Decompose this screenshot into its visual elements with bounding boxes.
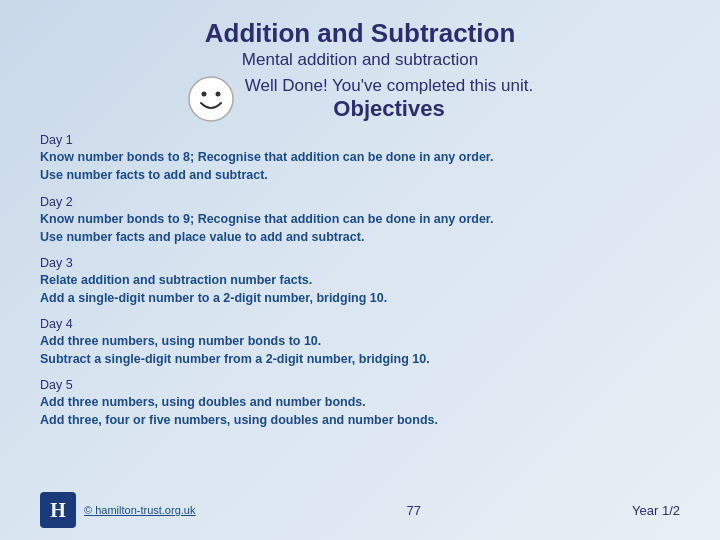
day-label: Day 5 bbox=[40, 378, 680, 392]
footer-left: H © hamilton-trust.org.uk bbox=[40, 492, 195, 528]
day-label: Day 2 bbox=[40, 195, 680, 209]
svg-point-0 bbox=[189, 77, 233, 121]
header: Addition and Subtraction Mental addition… bbox=[40, 18, 680, 123]
svg-point-2 bbox=[215, 92, 220, 97]
h-logo: H bbox=[40, 492, 76, 528]
day-block: Day 4Add three numbers, using number bon… bbox=[40, 317, 680, 368]
copyright-text: © hamilton-trust.org.uk bbox=[84, 504, 195, 516]
day-label: Day 4 bbox=[40, 317, 680, 331]
well-done-line: Well Done! You've completed this unit. bbox=[245, 76, 533, 96]
day-label: Day 3 bbox=[40, 256, 680, 270]
content-area: Day 1Know number bonds to 8; Recognise t… bbox=[40, 133, 680, 429]
day-block: Day 1Know number bonds to 8; Recognise t… bbox=[40, 133, 680, 184]
day-detail: Add three numbers, using doubles and num… bbox=[40, 393, 680, 429]
day-detail: Relate addition and subtraction number f… bbox=[40, 271, 680, 307]
page-number: 77 bbox=[407, 503, 421, 518]
day-block: Day 5Add three numbers, using doubles an… bbox=[40, 378, 680, 429]
footer: H © hamilton-trust.org.uk 77 Year 1/2 bbox=[40, 492, 680, 528]
day-label: Day 1 bbox=[40, 133, 680, 147]
sub-title: Mental addition and subtraction bbox=[40, 49, 680, 71]
smiley-icon bbox=[187, 75, 235, 123]
svg-point-1 bbox=[201, 92, 206, 97]
page: Addition and Subtraction Mental addition… bbox=[0, 0, 720, 540]
objectives-title: Objectives bbox=[245, 96, 533, 122]
main-title: Addition and Subtraction bbox=[40, 18, 680, 49]
day-detail: Add three numbers, using number bonds to… bbox=[40, 332, 680, 368]
day-detail: Know number bonds to 9; Recognise that a… bbox=[40, 210, 680, 246]
year-label: Year 1/2 bbox=[632, 503, 680, 518]
day-block: Day 3Relate addition and subtraction num… bbox=[40, 256, 680, 307]
day-detail: Know number bonds to 8; Recognise that a… bbox=[40, 148, 680, 184]
day-block: Day 2Know number bonds to 9; Recognise t… bbox=[40, 195, 680, 246]
well-done-row: Well Done! You've completed this unit. O… bbox=[40, 75, 680, 123]
hamilton-link[interactable]: hamilton-trust.org.uk bbox=[95, 504, 195, 516]
well-done-text-block: Well Done! You've completed this unit. O… bbox=[245, 76, 533, 122]
